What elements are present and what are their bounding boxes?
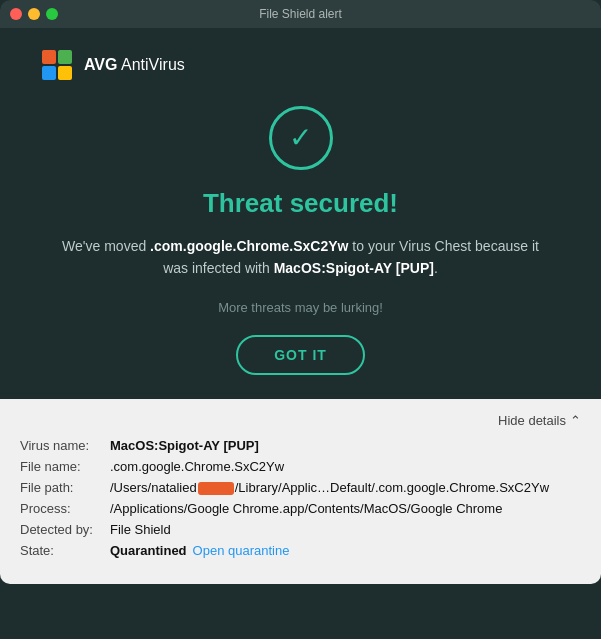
table-row: Virus name: MacOS:Spigot-AY [PUP] bbox=[20, 438, 581, 453]
success-icon: ✓ bbox=[269, 106, 333, 170]
detail-value-state: Quarantined bbox=[110, 543, 187, 558]
chevron-up-icon: ⌃ bbox=[570, 413, 581, 428]
title-bar: File Shield alert bbox=[0, 0, 601, 28]
detail-value-virus: MacOS:Spigot-AY [PUP] bbox=[110, 438, 259, 453]
detail-label-filepath: File path: bbox=[20, 480, 110, 495]
detail-value-detected: File Shield bbox=[110, 522, 171, 537]
detail-label-process: Process: bbox=[20, 501, 110, 516]
detail-value-filename: .com.google.Chrome.SxC2Yw bbox=[110, 459, 284, 474]
detail-value-filepath: /Users/natalied/Library/Applic…Default/.… bbox=[110, 480, 549, 495]
maximize-button[interactable] bbox=[46, 8, 58, 20]
details-table: Virus name: MacOS:Spigot-AY [PUP] File n… bbox=[20, 438, 581, 558]
hide-details-label: Hide details bbox=[498, 413, 566, 428]
got-it-button[interactable]: GOT IT bbox=[236, 335, 365, 375]
open-quarantine-link[interactable]: Open quarantine bbox=[193, 543, 290, 558]
table-row: Process: /Applications/Google Chrome.app… bbox=[20, 501, 581, 516]
close-button[interactable] bbox=[10, 8, 22, 20]
brand-label: AVG AntiVirus bbox=[84, 56, 185, 74]
detail-label-detected: Detected by: bbox=[20, 522, 110, 537]
table-row: State: Quarantined Open quarantine bbox=[20, 543, 581, 558]
main-content: AVG AntiVirus ✓ Threat secured! We've mo… bbox=[0, 28, 601, 399]
logo-area: AVG AntiVirus bbox=[40, 48, 561, 82]
table-row: Detected by: File Shield bbox=[20, 522, 581, 537]
detail-label-filename: File name: bbox=[20, 459, 110, 474]
redacted-blob bbox=[198, 482, 234, 495]
threat-description: We've moved .com.google.Chrome.SxC2Yw to… bbox=[61, 235, 541, 280]
virus-name-highlight: MacOS:Spigot-AY [PUP] bbox=[274, 260, 434, 276]
table-row: File name: .com.google.Chrome.SxC2Yw bbox=[20, 459, 581, 474]
detail-value-process: /Applications/Google Chrome.app/Contents… bbox=[110, 501, 502, 516]
details-panel: Hide details ⌃ Virus name: MacOS:Spigot-… bbox=[0, 399, 601, 584]
traffic-lights bbox=[10, 8, 58, 20]
minimize-button[interactable] bbox=[28, 8, 40, 20]
detail-label-state: State: bbox=[20, 543, 110, 558]
window-title: File Shield alert bbox=[259, 7, 342, 21]
hide-details-toggle[interactable]: Hide details ⌃ bbox=[20, 413, 581, 428]
filename-highlight: .com.google.Chrome.SxC2Yw bbox=[150, 238, 348, 254]
more-threats-text: More threats may be lurking! bbox=[218, 300, 383, 315]
table-row: File path: /Users/natalied/Library/Appli… bbox=[20, 480, 581, 495]
avg-logo-icon bbox=[40, 48, 74, 82]
detail-label-virus: Virus name: bbox=[20, 438, 110, 453]
checkmark-icon: ✓ bbox=[289, 124, 312, 152]
threat-title: Threat secured! bbox=[203, 188, 398, 219]
